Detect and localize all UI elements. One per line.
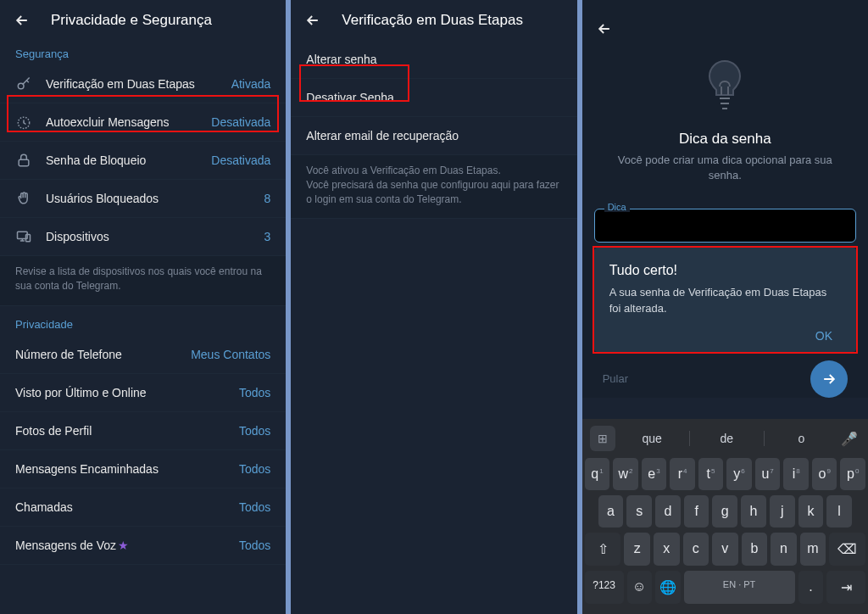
back-icon[interactable] — [304, 12, 321, 29]
calls-row[interactable]: Chamadas Todos — [0, 488, 286, 527]
forwarded-msgs-row[interactable]: Mensagens Encaminhadas Todos — [0, 450, 286, 488]
suggestion-3[interactable]: o — [770, 432, 833, 445]
mic-icon[interactable]: 🎤 — [838, 431, 860, 447]
calls-label: Chamadas — [15, 500, 225, 514]
keyboard: ⊞ que de o 🎤 q1w2e3r4t5y6u7i8o9p0 asdfgh… — [582, 419, 868, 614]
svg-rect-4 — [26, 235, 31, 242]
key-s[interactable]: s — [626, 495, 652, 527]
ok-button[interactable]: OK — [807, 324, 841, 348]
hint-input[interactable] — [594, 209, 856, 243]
change-recovery-email-row[interactable]: Alterar email de recuperação — [291, 117, 576, 155]
last-seen-row[interactable]: Visto por Último e Online Todos — [0, 374, 286, 412]
change-pw-label: Alterar senha — [306, 53, 561, 66]
key-m[interactable]: m — [800, 533, 826, 566]
key-i[interactable]: i8 — [783, 458, 809, 490]
star-icon: ★ — [118, 539, 129, 552]
key-q[interactable]: q1 — [585, 458, 610, 490]
shift-key[interactable]: ⇧ — [585, 533, 621, 566]
enter-key[interactable]: ⇥ — [826, 571, 865, 604]
key-c[interactable]: c — [683, 533, 709, 566]
space-key[interactable]: EN · PT — [684, 571, 795, 604]
continue-button[interactable] — [810, 360, 848, 398]
two-step-verification-row[interactable]: Verificação em Duas Etapas Ativada — [0, 65, 286, 103]
suggestion-2[interactable]: de — [695, 432, 759, 445]
suggestion-divider — [764, 431, 765, 446]
devices-hint: Revise a lista de dispositivos nos quais… — [0, 256, 286, 306]
two-step-panel: Verificação em Duas Etapas Alterar senha… — [291, 0, 576, 614]
key-n[interactable]: n — [771, 533, 797, 566]
hint-field[interactable]: Dica — [594, 209, 856, 243]
back-icon[interactable] — [596, 20, 613, 37]
skip-button[interactable]: Pular — [603, 372, 628, 385]
profile-photos-row[interactable]: Fotos de Perfil Todos — [0, 412, 286, 450]
voice-msgs-row[interactable]: Mensagens de Voz★ Todos — [0, 527, 286, 565]
key-b[interactable]: b — [742, 533, 768, 566]
passcode-value: Desativada — [211, 154, 270, 167]
photos-label: Fotos de Perfil — [15, 424, 225, 438]
phone-label: Número de Telefone — [15, 348, 177, 361]
key-y[interactable]: y6 — [726, 458, 752, 490]
key-row-1: q1w2e3r4t5y6u7i8o9p0 — [585, 458, 865, 490]
panel3-header — [582, 17, 868, 37]
auto-delete-label: Autoexcluir Mensagens — [46, 115, 198, 129]
privacy-security-panel: Privacidade e Segurança Segurança Verifi… — [0, 0, 286, 614]
key-v[interactable]: v — [712, 533, 738, 566]
key-k[interactable]: k — [798, 495, 824, 527]
voice-label: Mensagens de Voz★ — [15, 539, 225, 552]
key-o[interactable]: o9 — [812, 458, 837, 490]
panel1-header: Privacidade e Segurança — [0, 0, 286, 41]
key-a[interactable]: a — [598, 495, 624, 527]
emoji-key[interactable]: ☺ — [627, 571, 653, 604]
lock-icon — [15, 152, 32, 169]
key-x[interactable]: x — [654, 533, 680, 566]
keyboard-grid-icon[interactable]: ⊞ — [590, 426, 615, 451]
passcode-lock-row[interactable]: Senha de Bloqueio Desativada — [0, 142, 286, 180]
devices-row[interactable]: Dispositivos 3 — [0, 218, 286, 256]
language-key[interactable]: 🌐 — [655, 571, 681, 604]
phone-value: Meus Contatos — [191, 348, 270, 361]
key-z[interactable]: z — [624, 533, 650, 566]
key-u[interactable]: u7 — [755, 458, 781, 490]
key-w[interactable]: w2 — [613, 458, 638, 490]
fwd-value: Todos — [239, 462, 270, 476]
devices-label: Dispositivos — [46, 230, 251, 243]
key-row-2: asdfghjkl — [585, 495, 865, 527]
numbers-key[interactable]: ?123 — [585, 571, 624, 604]
key-h[interactable]: h — [741, 495, 766, 527]
key-g[interactable]: g — [712, 495, 737, 527]
panel2-title: Verificação em Duas Etapas — [342, 12, 523, 29]
fwd-label: Mensagens Encaminhadas — [15, 462, 225, 476]
two-step-value: Ativada — [231, 77, 271, 91]
key-d[interactable]: d — [655, 495, 681, 527]
change-email-label: Alterar email de recuperação — [306, 129, 561, 142]
lightbulb-icon — [582, 37, 868, 126]
dialog-title: Tudo certo! — [609, 263, 841, 278]
devices-value: 3 — [264, 230, 271, 243]
suggestion-1[interactable]: que — [620, 432, 684, 445]
phone-number-row[interactable]: Número de Telefone Meus Contatos — [0, 336, 286, 374]
blocked-users-row[interactable]: Usuários Bloqueados 8 — [0, 180, 286, 218]
suggestion-divider — [689, 431, 690, 446]
change-password-row[interactable]: Alterar senha — [291, 41, 576, 79]
lastseen-value: Todos — [239, 386, 270, 399]
hint-subtitle: Você pode criar uma dica opcional para s… — [582, 153, 868, 193]
key-e[interactable]: e3 — [642, 458, 667, 490]
key-l[interactable]: l — [826, 495, 852, 527]
disable-password-row[interactable]: Desativar Senha — [291, 79, 576, 117]
suggestion-bar: ⊞ que de o 🎤 — [585, 422, 865, 458]
backspace-key[interactable]: ⌫ — [829, 533, 865, 566]
key-f[interactable]: f — [684, 495, 709, 527]
privacy-section-label: Privacidade — [0, 306, 286, 336]
timer-icon — [15, 114, 32, 131]
key-p[interactable]: p0 — [840, 458, 865, 490]
auto-delete-row[interactable]: Autoexcluir Mensagens Desativada — [0, 103, 286, 142]
photos-value: Todos — [239, 424, 270, 438]
disable-pw-label: Desativar Senha — [306, 91, 561, 104]
key-r[interactable]: r4 — [670, 458, 695, 490]
key-j[interactable]: j — [770, 495, 795, 527]
skip-row: Pular — [582, 352, 868, 398]
back-icon[interactable] — [14, 12, 31, 29]
password-hint-panel: Dica da senha Você pode criar uma dica o… — [582, 0, 868, 614]
period-key[interactable]: . — [798, 571, 824, 604]
key-t[interactable]: t5 — [698, 458, 724, 490]
